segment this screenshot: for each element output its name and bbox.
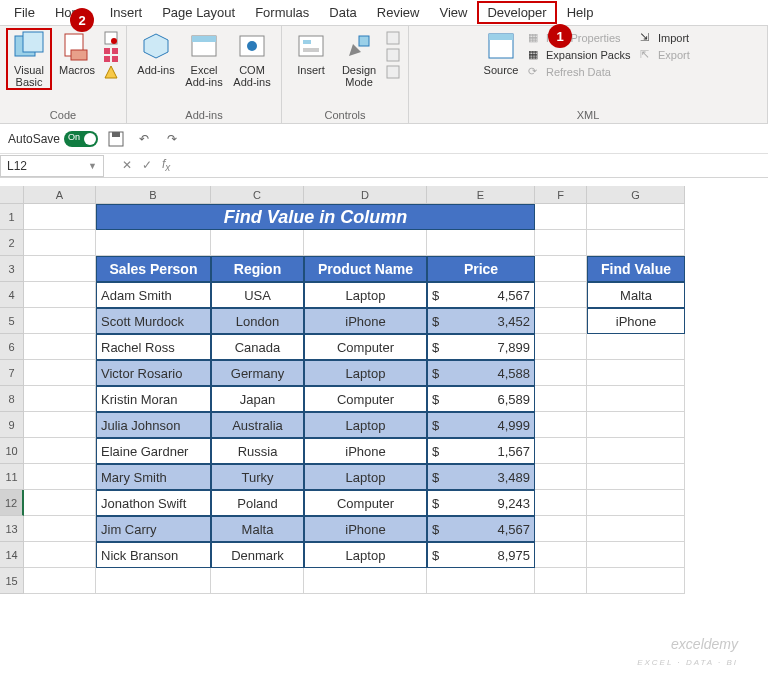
cell[interactable] <box>535 412 587 438</box>
cell[interactable] <box>24 256 96 282</box>
row-header[interactable]: 15 <box>0 568 24 594</box>
record-macro-button[interactable] <box>102 30 120 46</box>
table-cell[interactable]: Jim Carry <box>96 516 211 542</box>
cell[interactable] <box>304 230 427 256</box>
col-header[interactable]: D <box>304 186 427 204</box>
cell[interactable] <box>587 464 685 490</box>
find-value[interactable]: Malta <box>587 282 685 308</box>
menu-file[interactable]: File <box>4 1 45 24</box>
macros-button[interactable]: Macros <box>54 28 100 78</box>
find-header[interactable]: Find Value <box>587 256 685 282</box>
row-header[interactable]: 6 <box>0 334 24 360</box>
table-cell[interactable]: $1,567 <box>427 438 535 464</box>
cell[interactable] <box>587 438 685 464</box>
table-cell[interactable]: Victor Rosario <box>96 360 211 386</box>
undo-button[interactable]: ↶ <box>134 129 154 149</box>
insert-control-button[interactable]: Insert <box>288 28 334 78</box>
menu-page-layout[interactable]: Page Layout <box>152 1 245 24</box>
table-cell[interactable]: USA <box>211 282 304 308</box>
table-cell[interactable]: Adam Smith <box>96 282 211 308</box>
table-cell[interactable]: iPhone <box>304 438 427 464</box>
fx-button[interactable]: fx <box>162 157 170 173</box>
table-cell[interactable]: Turky <box>211 464 304 490</box>
table-header[interactable]: Product Name <box>304 256 427 282</box>
menu-developer[interactable]: Developer <box>477 1 556 24</box>
col-header[interactable]: C <box>211 186 304 204</box>
cell[interactable] <box>587 516 685 542</box>
table-cell[interactable]: Laptop <box>304 412 427 438</box>
table-cell[interactable]: $4,999 <box>427 412 535 438</box>
map-properties-button[interactable]: ▦Map Properties <box>526 30 636 46</box>
menu-formulas[interactable]: Formulas <box>245 1 319 24</box>
cell[interactable] <box>587 334 685 360</box>
refresh-data-button[interactable]: ⟳Refresh Data <box>526 64 636 80</box>
cell[interactable] <box>535 464 587 490</box>
row-header[interactable]: 7 <box>0 360 24 386</box>
cell[interactable] <box>24 516 96 542</box>
table-cell[interactable]: Australia <box>211 412 304 438</box>
cell[interactable] <box>211 230 304 256</box>
table-cell[interactable]: Julia Johnson <box>96 412 211 438</box>
view-code-button[interactable] <box>384 47 402 63</box>
row-header[interactable]: 1 <box>0 204 24 230</box>
col-header[interactable]: B <box>96 186 211 204</box>
table-cell[interactable]: Scott Murdock <box>96 308 211 334</box>
cell[interactable] <box>535 204 587 230</box>
col-header[interactable]: G <box>587 186 685 204</box>
cell[interactable] <box>587 412 685 438</box>
row-header[interactable]: 13 <box>0 516 24 542</box>
table-cell[interactable]: iPhone <box>304 308 427 334</box>
cell[interactable] <box>587 360 685 386</box>
cell[interactable] <box>535 256 587 282</box>
save-button[interactable] <box>106 129 126 149</box>
table-cell[interactable]: Laptop <box>304 542 427 568</box>
table-cell[interactable]: Jonathon Swift <box>96 490 211 516</box>
design-mode-button[interactable]: Design Mode <box>336 28 382 90</box>
row-header[interactable]: 5 <box>0 308 24 334</box>
table-cell[interactable]: Computer <box>304 490 427 516</box>
menu-data[interactable]: Data <box>319 1 366 24</box>
menu-insert[interactable]: Insert <box>100 1 153 24</box>
col-header[interactable]: F <box>535 186 587 204</box>
redo-button[interactable]: ↷ <box>162 129 182 149</box>
cell[interactable] <box>24 542 96 568</box>
table-cell[interactable]: $6,589 <box>427 386 535 412</box>
row-header[interactable]: 8 <box>0 386 24 412</box>
cell[interactable] <box>24 334 96 360</box>
name-box[interactable]: L12▼ <box>0 155 104 177</box>
table-cell[interactable]: Canada <box>211 334 304 360</box>
cell[interactable] <box>535 308 587 334</box>
table-cell[interactable]: Poland <box>211 490 304 516</box>
menu-review[interactable]: Review <box>367 1 430 24</box>
cell[interactable] <box>535 360 587 386</box>
grid[interactable]: ABCDEFGFind Value in ColumnSales PersonR… <box>24 186 685 594</box>
table-cell[interactable]: Kristin Moran <box>96 386 211 412</box>
cell[interactable] <box>24 204 96 230</box>
table-cell[interactable]: London <box>211 308 304 334</box>
cell[interactable] <box>304 568 427 594</box>
table-cell[interactable]: $3,452 <box>427 308 535 334</box>
autosave-toggle[interactable]: AutoSave On <box>8 131 98 147</box>
table-cell[interactable]: $4,567 <box>427 282 535 308</box>
row-header[interactable]: 12 <box>0 490 24 516</box>
table-cell[interactable]: Germany <box>211 360 304 386</box>
excel-addins-button[interactable]: Excel Add-ins <box>181 28 227 90</box>
table-cell[interactable]: Russia <box>211 438 304 464</box>
cell[interactable] <box>24 490 96 516</box>
cell[interactable] <box>535 386 587 412</box>
properties-button[interactable] <box>384 30 402 46</box>
table-cell[interactable]: Laptop <box>304 360 427 386</box>
menu-view[interactable]: View <box>429 1 477 24</box>
row-header[interactable]: 10 <box>0 438 24 464</box>
cell[interactable] <box>535 516 587 542</box>
cell[interactable] <box>535 230 587 256</box>
table-cell[interactable]: iPhone <box>304 516 427 542</box>
menu-help[interactable]: Help <box>557 1 604 24</box>
table-cell[interactable]: Computer <box>304 334 427 360</box>
cell[interactable] <box>535 542 587 568</box>
cell[interactable] <box>24 412 96 438</box>
table-cell[interactable]: Denmark <box>211 542 304 568</box>
cell[interactable] <box>587 490 685 516</box>
cell[interactable] <box>24 282 96 308</box>
table-cell[interactable]: Nick Branson <box>96 542 211 568</box>
